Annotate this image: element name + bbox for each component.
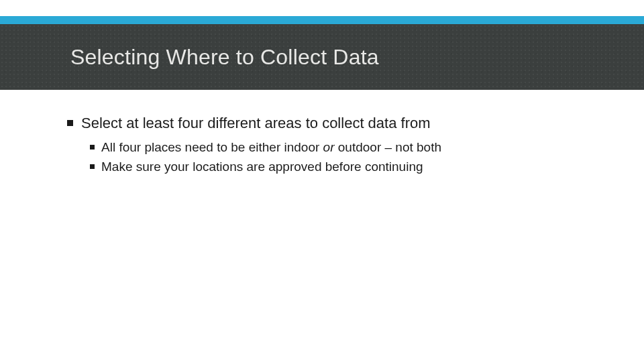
square-bullet-icon xyxy=(90,164,95,169)
bullet-text: All four places need to be either indoor… xyxy=(101,139,441,156)
bullet-level1: Select at least four different areas to … xyxy=(67,114,604,133)
square-bullet-icon xyxy=(90,145,95,149)
bullet-level2: Make sure your locations are approved be… xyxy=(90,158,604,176)
accent-bar xyxy=(0,16,644,24)
square-bullet-icon xyxy=(67,120,73,126)
bullet-text: Make sure your locations are approved be… xyxy=(101,158,423,176)
emphasis-or: or xyxy=(323,140,335,154)
title-band: Selecting Where to Collect Data xyxy=(0,24,644,90)
slide: Selecting Where to Collect Data Select a… xyxy=(0,0,644,362)
bullet-text: Select at least four different areas to … xyxy=(81,114,431,133)
slide-title: Selecting Where to Collect Data xyxy=(70,45,379,70)
slide-body: Select at least four different areas to … xyxy=(67,114,604,176)
text-run: outdoor – not both xyxy=(335,140,442,154)
bullet-level2: All four places need to be either indoor… xyxy=(90,139,604,156)
text-run: All four places need to be either indoor xyxy=(101,140,323,154)
sub-bullets: All four places need to be either indoor… xyxy=(90,139,604,176)
